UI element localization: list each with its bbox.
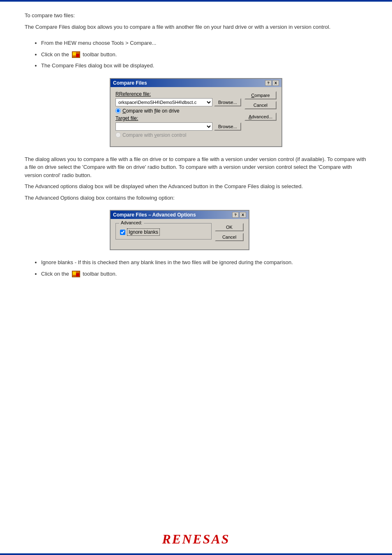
compare-dialog-right: Compare Cancel Advanced... [244,91,277,121]
target-select[interactable] [115,122,212,131]
adv-step-1: Ignore blanks - If this is checked then … [41,258,367,267]
titlebar-controls: ? X [265,80,279,86]
adv-step-2: Click on the toolbar button. [41,270,367,278]
advanced-left: Advanced: Ignore blanks [115,223,212,243]
toolbar-icon-2 [72,271,80,277]
toolbar-icon-1 [72,51,80,58]
advanced-main-row: Advanced: Ignore blanks OK Cancel [115,223,244,243]
step-2-prefix: Click on the [41,51,71,58]
dialog-help-button[interactable]: ? [265,80,272,86]
section-bottom: Ignore blanks - If this is checked then … [25,258,367,278]
advanced-right: OK Cancel [215,223,244,241]
advanced-dialog-title: Compare Files – Advanced Options [113,212,196,218]
section-intro: To compare two files: The Compare Files … [25,12,367,31]
step-1: From the HEW menu choose Tools > Compare… [41,39,367,47]
radio-drive-label: Compare with file on drive [122,108,180,114]
intro-para-2: The Compare Files dialog box allows you … [25,23,367,31]
advanced-group-box: Advanced: Ignore blanks [115,223,212,240]
top-border [0,0,392,2]
radio-drive[interactable] [115,108,121,113]
target-label: Target file: [115,115,241,121]
advanced-dialog-titlebar: Compare Files – Advanced Options ? X [111,211,249,219]
advanced-dialog-container: Compare Files – Advanced Options ? X Adv… [110,210,282,250]
bottom-border [0,553,392,555]
steps-list: From the HEW menu choose Tools > Compare… [41,39,367,70]
advanced-ok-button[interactable]: OK [215,223,244,231]
reference-label: RReference file: [115,91,241,97]
footer-logo: RENESAS [162,532,230,547]
compare-dialog-main-row: RReference file: orkspace\DemoSH4\DemoSH… [115,91,277,140]
advanced-dialog-body: Advanced: Ignore blanks OK Cancel [111,219,249,249]
step-2: Click on the toolbar button. [41,51,367,59]
cancel-button[interactable]: Cancel [244,101,277,109]
browse2-button[interactable]: Browse... [214,122,241,131]
advanced-help-button[interactable]: ? [232,212,239,218]
compare-dialog-left: RReference file: orkspace\DemoSH4\DemoSH… [115,91,241,140]
advanced-titlebar-controls: ? X [232,212,246,218]
radio-version-label: Compare with version control [122,132,186,138]
compare-button[interactable]: Compare [244,91,277,99]
adv-step-2-suffix: toolbar button. [83,271,117,277]
advanced-cancel-button[interactable]: Cancel [215,233,244,241]
compare-files-dialog: Compare Files ? X RReference file: orksp… [110,78,282,147]
compare-dialog-body: RReference file: orkspace\DemoSH4\DemoSH… [111,87,281,146]
reference-input-row: orkspace\DemoSH4\DemoSH4\dbsct.c Browse.… [115,98,241,106]
desc-para-1: The dialog allows you to compare a file … [25,155,367,180]
dialog-close-button[interactable]: X [272,80,279,86]
browse1-button[interactable]: Browse... [214,98,241,106]
advanced-close-button[interactable]: X [240,212,246,218]
radio-drive-row: Compare with file on drive [115,108,241,114]
radio-version-row: Compare with version control [115,132,241,138]
compare-files-dialog-container: Compare Files ? X RReference file: orksp… [110,78,282,147]
compare-dialog-titlebar: Compare Files ? X [111,79,281,87]
ignore-blanks-row: Ignore blanks [120,228,207,236]
group-box-legend: Advanced: [119,220,144,225]
adv-step-2-prefix: Click on the [41,271,71,277]
desc-para-3: The Advanced Options dialog box contains… [25,194,367,202]
intro-para-1: To compare two files: [25,12,367,20]
ignore-blanks-checkbox[interactable] [120,230,125,235]
advanced-options-dialog: Compare Files – Advanced Options ? X Adv… [110,210,249,250]
reference-select[interactable]: orkspace\DemoSH4\DemoSH4\dbsct.c [115,98,212,106]
desc-para-2: The Advanced options dialog box will be … [25,182,367,191]
section-desc: The dialog allows you to compare a file … [25,155,367,202]
advanced-button[interactable]: Advanced... [244,113,277,121]
ignore-blanks-label: Ignore blanks [127,228,160,236]
radio-version[interactable] [115,132,121,138]
compare-dialog-title: Compare Files [113,80,147,86]
advanced-steps-list: Ignore blanks - If this is checked then … [41,258,367,278]
step-2-suffix: toolbar button. [83,51,117,58]
step-3: The Compare Files dialog box will be dis… [41,62,367,70]
target-input-row: Browse... [115,122,241,131]
